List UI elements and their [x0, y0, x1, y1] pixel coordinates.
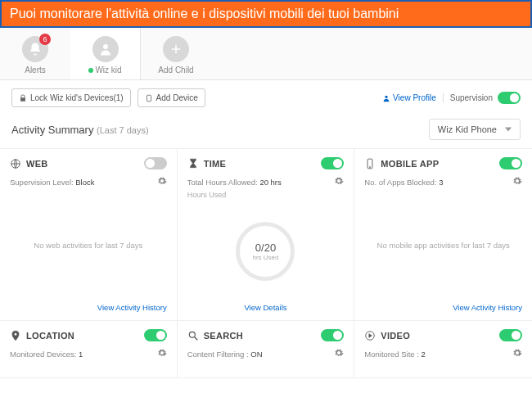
card-title: TIME: [204, 159, 226, 169]
device-icon: [145, 94, 153, 102]
tab-alerts[interactable]: 6 Alerts: [0, 28, 70, 79]
card-title: SEARCH: [204, 331, 243, 341]
card-title: MOBILE APP: [381, 159, 439, 169]
time-toggle[interactable]: [321, 157, 344, 169]
status-dot-icon: [88, 68, 93, 73]
card-web: WEB Supervision Level: Block No web acti…: [0, 149, 178, 321]
tab-add-child[interactable]: Add Child: [141, 28, 211, 79]
svg-point-6: [189, 332, 195, 337]
svg-point-5: [370, 166, 371, 167]
card-video: VIDEO Monitored Site : 2: [354, 321, 532, 378]
tab-label: Alerts: [0, 65, 70, 75]
summary-header: Activity Summary (Last 7 days) Wiz Kid P…: [0, 115, 532, 148]
summary-title: Activity Summary (Last 7 days): [11, 124, 149, 136]
banner: Puoi monitorare l'attività online e i di…: [0, 0, 532, 28]
gear-icon[interactable]: [157, 348, 167, 359]
card-body: No web activities for last 7 days: [10, 187, 167, 303]
gear-icon[interactable]: [334, 348, 344, 359]
card-title: WEB: [26, 159, 48, 169]
svg-point-2: [385, 95, 387, 97]
location-toggle[interactable]: [144, 329, 167, 341]
gear-icon[interactable]: [157, 176, 167, 187]
add-device-button[interactable]: Add Device: [138, 88, 205, 107]
tab-label: Add Child: [141, 65, 211, 75]
mobile-icon: [364, 158, 376, 169]
supervision-toggle[interactable]: [498, 92, 521, 104]
gear-icon[interactable]: [334, 176, 344, 187]
avatar-icon: [92, 36, 119, 62]
time-donut: 0/20 hrs Used: [236, 222, 295, 281]
mobile-toggle[interactable]: [499, 157, 522, 169]
view-profile-link[interactable]: View Profile: [382, 93, 436, 102]
svg-point-0: [103, 44, 108, 49]
lock-devices-button[interactable]: Lock Wiz kid's Devices(1): [11, 88, 131, 107]
globe-icon: [10, 158, 21, 169]
card-body: No mobile app activities for last 7 days: [364, 187, 522, 303]
gear-icon[interactable]: [512, 176, 522, 187]
device-select[interactable]: Wiz Kid Phone: [429, 119, 521, 140]
view-activity-link[interactable]: View Activity History: [364, 303, 522, 312]
cards-grid: WEB Supervision Level: Block No web acti…: [0, 148, 532, 378]
card-search: SEARCH Content Filtering : ON: [178, 321, 355, 378]
view-activity-link[interactable]: View Activity History: [10, 303, 167, 312]
search-toggle[interactable]: [321, 329, 344, 341]
alerts-badge: 6: [39, 34, 51, 45]
card-title: LOCATION: [26, 331, 74, 341]
svg-rect-1: [147, 95, 151, 102]
lock-icon: [19, 94, 27, 102]
card-time: TIME Total Hours Allowed: 20 hrs Hours U…: [178, 149, 355, 321]
bell-icon: 6: [22, 36, 48, 62]
search-icon: [187, 330, 199, 341]
card-mobile-app: MOBILE APP No. of Apps Blocked: 3 No mob…: [354, 149, 532, 321]
tab-label: Wiz kid: [70, 65, 140, 75]
web-toggle[interactable]: [144, 157, 167, 169]
card-title: VIDEO: [381, 331, 410, 341]
supervision-control: Supervision: [443, 92, 521, 104]
user-icon: [382, 94, 390, 102]
hours-used-label: Hours Used: [187, 191, 345, 199]
view-details-link[interactable]: View Details: [187, 303, 345, 312]
tabs: 6 Alerts Wiz kid Add Child: [0, 28, 532, 80]
gear-icon[interactable]: [512, 348, 522, 359]
hourglass-icon: [187, 158, 199, 169]
pin-icon: [10, 330, 21, 341]
video-toggle[interactable]: [499, 329, 522, 341]
tab-child[interactable]: Wiz kid: [70, 28, 141, 79]
card-location: LOCATION Monitored Devices: 1: [0, 321, 178, 378]
toolbar: Lock Wiz kid's Devices(1) Add Device Vie…: [0, 80, 532, 115]
video-icon: [364, 330, 376, 341]
plus-icon: [163, 36, 189, 62]
